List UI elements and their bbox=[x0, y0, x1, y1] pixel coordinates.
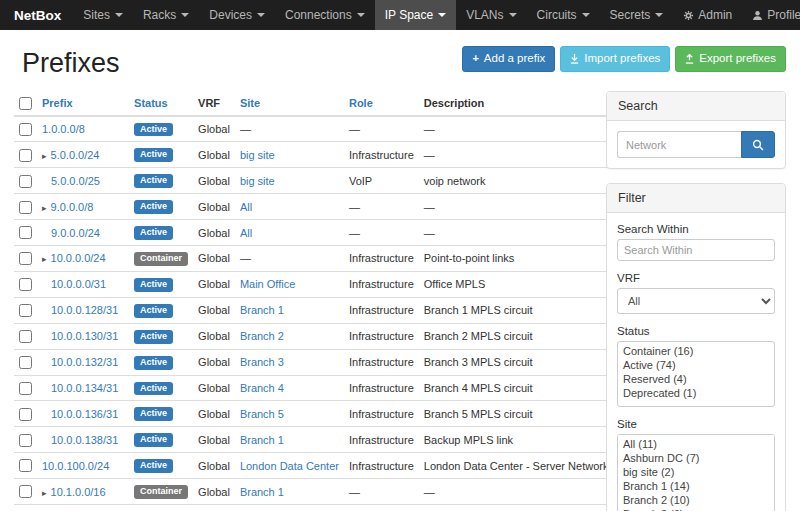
vrf-select[interactable]: All bbox=[617, 288, 775, 314]
filter-option[interactable]: Branch 2 (10) bbox=[620, 493, 772, 507]
prefix-link[interactable]: 10.0.0.138/31 bbox=[51, 434, 118, 446]
search-button[interactable] bbox=[741, 131, 775, 158]
prefix-cell: 5.0.0.0/25 bbox=[37, 168, 129, 194]
column-header-role[interactable]: Role bbox=[349, 97, 373, 109]
chevron-down-icon bbox=[655, 13, 663, 17]
row-checkbox[interactable] bbox=[19, 123, 32, 136]
search-input[interactable] bbox=[617, 131, 741, 158]
prefix-link[interactable]: 10.0.0.132/31 bbox=[51, 356, 118, 368]
site-link[interactable]: All bbox=[240, 201, 252, 213]
site-link[interactable]: London Data Center bbox=[240, 460, 339, 472]
filter-option[interactable]: All (11) bbox=[620, 437, 772, 451]
prefix-link[interactable]: 10.0.0.136/31 bbox=[51, 408, 118, 420]
filter-option[interactable]: Branch 1 (14) bbox=[620, 479, 772, 493]
prefix-link[interactable]: 10.0.0.128/31 bbox=[51, 304, 118, 316]
site-link[interactable]: Branch 1 bbox=[240, 486, 284, 498]
site-link[interactable]: big site bbox=[240, 175, 275, 187]
nav-item-racks[interactable]: Racks bbox=[133, 0, 199, 30]
prefix-link[interactable]: 5.0.0.0/24 bbox=[51, 149, 100, 161]
site-link[interactable]: Branch 3 bbox=[240, 356, 284, 368]
site-link[interactable]: Branch 1 bbox=[240, 434, 284, 446]
filter-option[interactable]: Container (16) bbox=[620, 344, 772, 358]
row-checkbox[interactable] bbox=[19, 459, 32, 472]
row-checkbox[interactable] bbox=[19, 434, 32, 447]
prefix-cell: 10.0.0.0/31 bbox=[37, 271, 129, 297]
nav-item-vlans[interactable]: VLANs bbox=[456, 0, 526, 30]
site-filter-select[interactable]: All (11)Ashburn DC (7)big site (2)Branch… bbox=[617, 434, 775, 511]
nav-item-label: Devices bbox=[209, 8, 252, 22]
nav-item-label: Circuits bbox=[537, 8, 577, 22]
nav-item-connections[interactable]: Connections bbox=[275, 0, 375, 30]
prefix-link[interactable]: 10.0.0.0/24 bbox=[51, 252, 106, 264]
nav-item-devices[interactable]: Devices bbox=[199, 0, 275, 30]
role-cell: Infrastructure bbox=[344, 401, 419, 427]
prefix-link[interactable]: 1.0.0.0/8 bbox=[42, 123, 85, 135]
export-prefixes-button[interactable]: Export prefixes bbox=[675, 46, 786, 72]
navbar-menu: Sites Racks Devices Connections IP Space… bbox=[73, 0, 673, 30]
row-checkbox[interactable] bbox=[19, 252, 32, 265]
site-link[interactable]: Main Office bbox=[240, 278, 295, 290]
user-icon bbox=[752, 10, 763, 21]
site-link[interactable]: All bbox=[240, 227, 252, 239]
import-icon bbox=[570, 54, 579, 64]
table-row: ▸10.1.0.0/16ContainerGlobalBranch 1—— bbox=[14, 479, 613, 505]
add-prefix-button[interactable]: + Add a prefix bbox=[462, 46, 555, 72]
brand[interactable]: NetBox bbox=[8, 0, 73, 30]
site-link[interactable]: Branch 2 bbox=[240, 330, 284, 342]
prefix-link[interactable]: 10.0.100.0/24 bbox=[42, 460, 109, 472]
filter-option[interactable]: Deprecated (1) bbox=[620, 386, 772, 400]
status-filter-label: Status bbox=[617, 325, 775, 337]
row-checkbox[interactable] bbox=[19, 356, 32, 369]
column-header-status[interactable]: Status bbox=[134, 97, 168, 109]
site-link[interactable]: Branch 1 bbox=[240, 304, 284, 316]
prefix-link[interactable]: 5.0.0.0/25 bbox=[51, 175, 100, 187]
column-header-prefix[interactable]: Prefix bbox=[42, 97, 73, 109]
prefix-link[interactable]: 10.0.0.130/31 bbox=[51, 330, 118, 342]
filter-option[interactable]: big site (2) bbox=[620, 465, 772, 479]
prefix-cell: ▸10.1.0.0/16 bbox=[37, 479, 129, 505]
row-checkbox[interactable] bbox=[19, 304, 32, 317]
site-cell: Branch 3 bbox=[235, 349, 344, 375]
status-badge: Active bbox=[134, 174, 173, 188]
status-badge: Active bbox=[134, 330, 173, 344]
row-checkbox[interactable] bbox=[19, 149, 32, 162]
nav-item-ip-space[interactable]: IP Space bbox=[375, 0, 456, 30]
prefix-link[interactable]: 9.0.0.0/24 bbox=[51, 227, 100, 239]
status-cell: Active bbox=[129, 116, 193, 142]
filter-option[interactable]: Ashburn DC (7) bbox=[620, 451, 772, 465]
row-checkbox[interactable] bbox=[19, 330, 32, 343]
nav-item-circuits[interactable]: Circuits bbox=[527, 0, 600, 30]
filter-option[interactable]: Active (74) bbox=[620, 358, 772, 372]
status-cell: Active bbox=[129, 349, 193, 375]
prefix-link[interactable]: 10.1.0.0/16 bbox=[51, 486, 106, 498]
row-checkbox[interactable] bbox=[19, 175, 32, 188]
row-checkbox[interactable] bbox=[19, 382, 32, 395]
description-cell: Branch 5 MPLS circuit bbox=[419, 401, 614, 427]
nav-item-sites[interactable]: Sites bbox=[73, 0, 133, 30]
select-all-checkbox[interactable] bbox=[19, 97, 32, 110]
prefix-link[interactable]: 10.0.0.0/31 bbox=[51, 278, 106, 290]
table-row: 10.0.0.132/31ActiveGlobalBranch 3Infrast… bbox=[14, 349, 613, 375]
status-filter-select[interactable]: Container (16)Active (74)Reserved (4)Dep… bbox=[617, 341, 775, 407]
nav-item-admin[interactable]: Admin bbox=[673, 0, 742, 30]
row-checkbox[interactable] bbox=[19, 408, 32, 421]
nav-item-profile[interactable]: Profile bbox=[742, 0, 800, 30]
row-checkbox[interactable] bbox=[19, 278, 32, 291]
prefix-link[interactable]: 10.0.0.134/31 bbox=[51, 382, 118, 394]
import-prefixes-button[interactable]: Import prefixes bbox=[560, 46, 670, 72]
row-checkbox[interactable] bbox=[19, 226, 32, 239]
filter-option[interactable]: Reserved (4) bbox=[620, 372, 772, 386]
table-row: 10.0.0.130/31ActiveGlobalBranch 2Infrast… bbox=[14, 323, 613, 349]
site-link[interactable]: big site bbox=[240, 149, 275, 161]
status-cell: Container bbox=[129, 479, 193, 505]
prefix-cell: 10.0.0.138/31 bbox=[37, 427, 129, 453]
column-header-site[interactable]: Site bbox=[240, 97, 260, 109]
prefix-link[interactable]: 9.0.0.0/8 bbox=[51, 201, 94, 213]
site-link[interactable]: Branch 5 bbox=[240, 408, 284, 420]
row-checkbox[interactable] bbox=[19, 201, 32, 214]
search-within-input[interactable] bbox=[617, 239, 775, 261]
row-checkbox[interactable] bbox=[19, 485, 32, 498]
nav-item-secrets[interactable]: Secrets bbox=[600, 0, 674, 30]
filter-option[interactable]: Branch 3 (6) bbox=[620, 507, 772, 511]
site-link[interactable]: Branch 4 bbox=[240, 382, 284, 394]
